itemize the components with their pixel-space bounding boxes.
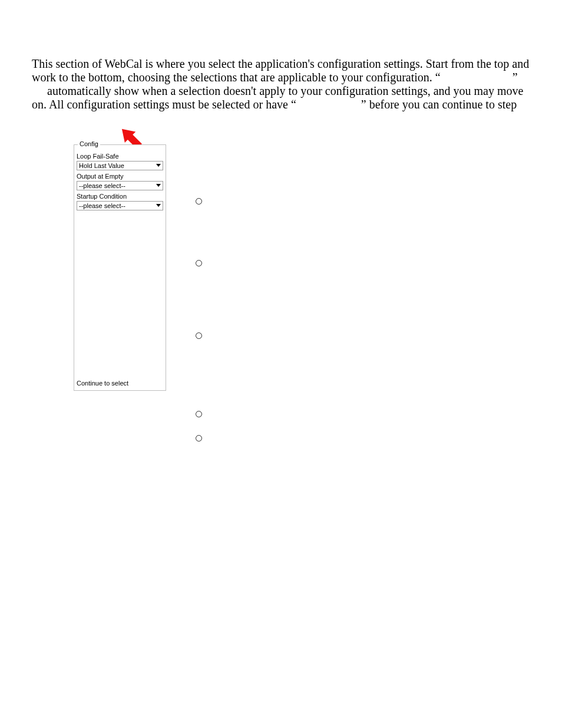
list-bullet-icon	[196, 435, 202, 442]
select-loop-fail-safe-value: Hold Last Value	[79, 162, 124, 169]
select-startup-condition[interactable]: --please select--	[77, 201, 163, 210]
page-root: This section of WebCal is where you sele…	[0, 0, 562, 728]
select-output-at-empty-value: --please select--	[79, 182, 125, 189]
list-bullet-icon	[196, 260, 202, 266]
intro-text-4: ” before you can continue to step	[361, 98, 517, 111]
select-output-at-empty[interactable]: --please select--	[77, 181, 163, 190]
intro-paragraph: This section of WebCal is where you sele…	[32, 57, 533, 111]
select-loop-fail-safe[interactable]: Hold Last Value	[77, 161, 163, 170]
chevron-down-icon	[156, 184, 161, 187]
chevron-down-icon	[156, 164, 161, 167]
config-panel: Config Loop Fail-Safe Hold Last Value Ou…	[74, 144, 166, 391]
config-footer-text: Continue to select	[77, 380, 128, 387]
select-startup-condition-value: --please select--	[79, 202, 125, 209]
intro-text-2: ”	[513, 71, 518, 84]
label-loop-fail-safe: Loop Fail-Safe	[77, 153, 163, 160]
chevron-down-icon	[156, 204, 161, 207]
label-startup-condition: Startup Condition	[77, 193, 163, 200]
list-bullet-icon	[196, 198, 202, 205]
config-panel-legend: Config	[78, 140, 100, 147]
label-output-at-empty: Output at Empty	[77, 173, 163, 180]
intro-text-1: This section of WebCal is where you sele…	[32, 57, 529, 84]
list-bullet-icon	[196, 411, 202, 417]
list-bullet-icon	[196, 332, 202, 339]
